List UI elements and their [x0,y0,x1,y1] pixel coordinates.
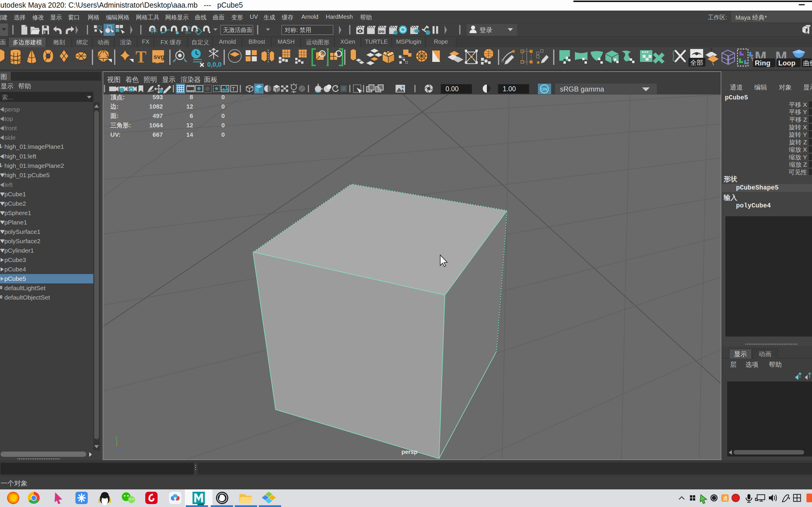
svg-text:667: 667 [153,131,163,138]
svg-text:6: 6 [190,112,193,119]
svg-text:全部: 全部 [690,59,703,66]
svg-text:Ring: Ring [755,59,770,67]
svg-text:z: z [122,448,124,452]
svg-text:sRGB gamma: sRGB gamma [560,85,604,93]
svg-text:8: 8 [190,95,193,100]
svg-text:通: 通 [722,496,728,501]
svg-text:T: T [232,86,235,92]
svg-text:1064: 1064 [149,122,163,128]
svg-text:UV:: UV: [110,131,121,138]
svg-text:0: 0 [221,103,225,110]
svg-text:12: 12 [186,103,193,110]
svg-text:593: 593 [153,95,163,100]
svg-text:顶点:: 顶点: [110,95,125,101]
svg-text:对称: 禁用: 对称: 禁用 [285,27,311,33]
svg-text:0.00: 0.00 [445,85,459,93]
svg-text:曲线: 曲线 [803,60,812,67]
svg-text:14: 14 [186,131,194,138]
svg-text:497: 497 [153,112,163,119]
svg-text:12: 12 [186,122,193,128]
svg-text:0: 0 [221,112,225,119]
svg-text:persp: persp [401,449,417,455]
svg-text:y: y [115,435,117,439]
svg-text:1082: 1082 [149,103,163,110]
svg-text:三角形:: 三角形: [110,122,131,128]
svg-text:0: 0 [221,131,225,138]
svg-text:0: 0 [221,122,225,128]
svg-text:0: 0 [221,95,225,100]
svg-text:x: x [121,438,122,442]
svg-text:1.00: 1.00 [503,85,516,93]
svg-text:IPR: IPR [379,30,384,34]
svg-text:登录: 登录 [480,26,492,34]
svg-text:边:: 边: [110,103,118,110]
svg-text:ON: ON [541,87,547,92]
svg-text:Loop: Loop [778,59,796,67]
svg-text:无激活曲面: 无激活曲面 [223,27,252,33]
svg-text:面:: 面: [110,112,118,119]
